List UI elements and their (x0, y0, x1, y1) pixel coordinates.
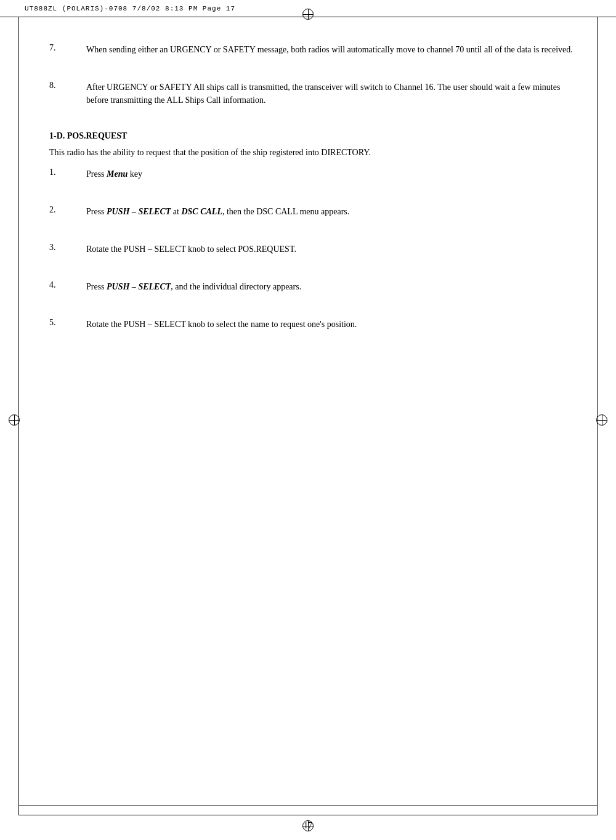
list-item: 7. When sending either an URGENCY or SAF… (49, 31, 579, 62)
step-1-number: 1. (49, 168, 86, 180)
bold-menu: Menu (107, 169, 128, 179)
list-item: 1. Press Menu key (49, 165, 579, 187)
bold-dsc-call: DSC CALL (181, 207, 222, 216)
step-5-text: Rotate the PUSH – SELECT knob to select … (86, 318, 579, 331)
list-item: 8. After URGENCY or SAFETY All ships cal… (49, 62, 579, 113)
section-intro: This radio has the ability to request th… (49, 146, 579, 159)
step-4-number: 4. (49, 280, 86, 293)
border-bottom (18, 815, 598, 815)
item-8-text: After URGENCY or SAFETY All ships call i… (86, 81, 579, 107)
section-block: 1-D. POS.REQUEST This radio has the abil… (49, 131, 579, 337)
bottom-rule (18, 806, 598, 806)
step-2-text: Press PUSH – SELECT at DSC CALL, then th… (86, 205, 579, 218)
registration-mark-top (302, 9, 314, 20)
bold-push-select-2: PUSH – SELECT (107, 282, 171, 291)
list-item: 4. Press PUSH – SELECT, and the individu… (49, 262, 579, 299)
registration-mark-right (596, 414, 607, 426)
item-7-text: When sending either an URGENCY or SAFETY… (86, 43, 579, 56)
step-2-number: 2. (49, 205, 86, 218)
step-1-text: Press Menu key (86, 168, 579, 180)
page-number: 17 (304, 821, 312, 831)
main-content: 7. When sending either an URGENCY or SAF… (49, 31, 579, 337)
section-heading: 1-D. POS.REQUEST (49, 131, 579, 141)
list-item: 5. Rotate the PUSH – SELECT knob to sele… (49, 299, 579, 337)
item-8-number: 8. (49, 81, 86, 107)
step-3-number: 3. (49, 243, 86, 256)
border-right (597, 17, 598, 815)
header-text: UT888ZL (POLARIS)-0708 7/8/02 8:13 PM Pa… (25, 5, 235, 12)
list-item: 3. Rotate the PUSH – SELECT knob to sele… (49, 224, 579, 262)
step-4-text: Press PUSH – SELECT, and the individual … (86, 280, 579, 293)
item-7-number: 7. (49, 43, 86, 56)
bold-push-select-1: PUSH – SELECT (107, 207, 171, 216)
list-item: 2. Press PUSH – SELECT at DSC CALL, then… (49, 187, 579, 224)
step-3-text: Rotate the PUSH – SELECT knob to select … (86, 243, 579, 256)
step-5-number: 5. (49, 318, 86, 331)
border-left (18, 17, 19, 815)
page: UT888ZL (POLARIS)-0708 7/8/02 8:13 PM Pa… (0, 0, 616, 840)
